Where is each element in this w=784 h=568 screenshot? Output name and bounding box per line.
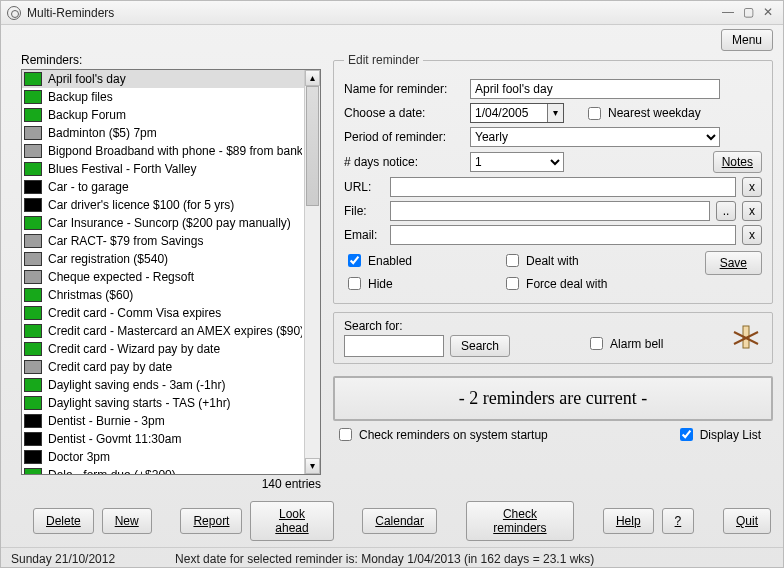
current-reminders-banner[interactable]: - 2 reminders are current -	[333, 376, 773, 421]
period-label: Period of reminder:	[344, 130, 464, 144]
scroll-down-button[interactable]: ▾	[305, 458, 320, 474]
color-swatch	[24, 144, 42, 158]
list-item[interactable]: Dentist - Govmt 11:30am	[22, 430, 304, 448]
list-item-label: Credit card - Mastercard an AMEX expires…	[48, 324, 302, 338]
date-picker[interactable]: 1/04/2005 ▾	[470, 103, 564, 123]
calendar-button[interactable]: Calendar	[362, 508, 437, 534]
url-input[interactable]	[390, 177, 736, 197]
startup-check-checkbox[interactable]	[339, 428, 352, 441]
list-item[interactable]: Backup files	[22, 88, 304, 106]
list-item[interactable]: Bigpond Broadband with phone - $89 from …	[22, 142, 304, 160]
list-item-label: Dale - form due (+$200)	[48, 468, 176, 474]
date-label: Choose a date:	[344, 106, 464, 120]
list-item-label: Cheque expected - Regsoft	[48, 270, 194, 284]
report-button[interactable]: Report	[180, 508, 242, 534]
list-item[interactable]: Badminton ($5) 7pm	[22, 124, 304, 142]
list-item[interactable]: Dale - form due (+$200)	[22, 466, 304, 474]
list-item[interactable]: Car registration ($540)	[22, 250, 304, 268]
color-swatch	[24, 198, 42, 212]
list-item[interactable]: Blues Festival - Forth Valley	[22, 160, 304, 178]
period-select[interactable]: Yearly	[470, 127, 720, 147]
check-reminders-button[interactable]: Check reminders	[466, 501, 574, 541]
status-bar: Sunday 21/10/2012 Next date for selected…	[1, 547, 783, 568]
app-icon	[7, 6, 21, 20]
menu-button[interactable]: Menu	[721, 29, 773, 51]
email-input[interactable]	[390, 225, 736, 245]
reminders-listbox[interactable]: April fool's dayBackup filesBackup Forum…	[21, 69, 321, 475]
quit-button[interactable]: Quit	[723, 508, 771, 534]
list-item-label: Car registration ($540)	[48, 252, 168, 266]
list-item[interactable]: Car driver's licence $100 (for 5 yrs)	[22, 196, 304, 214]
list-item[interactable]: Dentist - Burnie - 3pm	[22, 412, 304, 430]
reminder-icon	[730, 322, 762, 354]
save-button[interactable]: Save	[705, 251, 762, 275]
list-item-label: Christmas ($60)	[48, 288, 133, 302]
days-notice-label: # days notice:	[344, 155, 464, 169]
hide-label: Hide	[368, 277, 393, 291]
new-button[interactable]: New	[102, 508, 152, 534]
scroll-up-button[interactable]: ▴	[305, 70, 320, 86]
list-item[interactable]: Backup Forum	[22, 106, 304, 124]
help-button[interactable]: Help	[603, 508, 654, 534]
color-swatch	[24, 378, 42, 392]
question-button[interactable]: ?	[662, 508, 695, 534]
display-list-checkbox[interactable]	[680, 428, 693, 441]
list-item[interactable]: Doctor 3pm	[22, 448, 304, 466]
look-ahead-button[interactable]: Look ahead	[250, 501, 333, 541]
delete-button[interactable]: Delete	[33, 508, 94, 534]
color-swatch	[24, 234, 42, 248]
color-swatch	[24, 108, 42, 122]
color-swatch	[24, 306, 42, 320]
color-swatch	[24, 342, 42, 356]
color-swatch	[24, 396, 42, 410]
alarm-bell-label: Alarm bell	[610, 337, 663, 351]
nearest-weekday-checkbox[interactable]	[588, 107, 601, 120]
minimize-button[interactable]: —	[719, 6, 737, 20]
email-clear-button[interactable]: x	[742, 225, 762, 245]
name-input[interactable]	[470, 79, 720, 99]
url-clear-button[interactable]: x	[742, 177, 762, 197]
hide-checkbox[interactable]	[348, 277, 361, 290]
color-swatch	[24, 414, 42, 428]
list-item[interactable]: Daylight saving starts - TAS (+1hr)	[22, 394, 304, 412]
color-swatch	[24, 360, 42, 374]
color-swatch	[24, 126, 42, 140]
list-scrollbar[interactable]: ▴ ▾	[304, 70, 320, 474]
date-dropdown-button[interactable]: ▾	[547, 104, 563, 122]
list-item-label: April fool's day	[48, 72, 126, 86]
color-swatch	[24, 324, 42, 338]
reminders-label: Reminders:	[21, 53, 321, 67]
file-input[interactable]	[390, 201, 710, 221]
force-deal-checkbox[interactable]	[506, 277, 519, 290]
notes-button[interactable]: Notes	[713, 151, 762, 173]
color-swatch	[24, 216, 42, 230]
list-item[interactable]: Daylight saving ends - 3am (-1hr)	[22, 376, 304, 394]
file-clear-button[interactable]: x	[742, 201, 762, 221]
name-label: Name for reminder:	[344, 82, 464, 96]
list-item[interactable]: Credit card pay by date	[22, 358, 304, 376]
dealt-with-checkbox[interactable]	[506, 254, 519, 267]
list-item[interactable]: Car Insurance - Suncorp ($200 pay manual…	[22, 214, 304, 232]
list-item[interactable]: Credit card - Wizard pay by date	[22, 340, 304, 358]
color-swatch	[24, 72, 42, 86]
list-item-label: Credit card - Comm Visa expires	[48, 306, 221, 320]
list-item[interactable]: Car - to garage	[22, 178, 304, 196]
file-browse-button[interactable]: ..	[716, 201, 736, 221]
enabled-checkbox[interactable]	[348, 254, 361, 267]
maximize-button[interactable]: ▢	[739, 6, 757, 20]
search-button[interactable]: Search	[450, 335, 510, 357]
close-button[interactable]: ✕	[759, 6, 777, 20]
days-notice-select[interactable]: 1	[470, 152, 564, 172]
list-item[interactable]: April fool's day	[22, 70, 304, 88]
list-item[interactable]: Credit card - Comm Visa expires	[22, 304, 304, 322]
list-item[interactable]: Car RACT- $79 from Savings	[22, 232, 304, 250]
list-item[interactable]: Credit card - Mastercard an AMEX expires…	[22, 322, 304, 340]
search-input[interactable]	[344, 335, 444, 357]
alarm-bell-checkbox[interactable]	[590, 337, 603, 350]
list-item[interactable]: Cheque expected - Regsoft	[22, 268, 304, 286]
color-swatch	[24, 270, 42, 284]
list-item[interactable]: Christmas ($60)	[22, 286, 304, 304]
file-label: File:	[344, 204, 384, 218]
color-swatch	[24, 450, 42, 464]
scroll-thumb[interactable]	[306, 86, 319, 206]
